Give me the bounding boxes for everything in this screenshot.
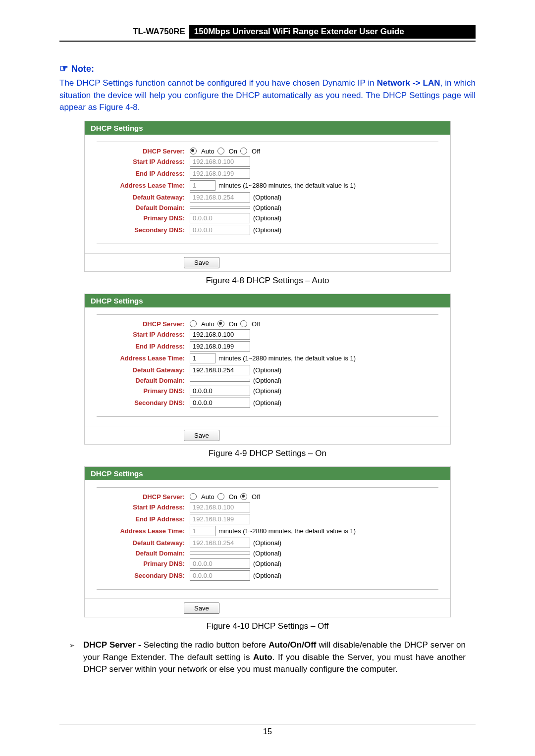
optional-text: (Optional) xyxy=(253,550,281,557)
page-number: 15 xyxy=(0,724,535,736)
optional-text: (Optional) xyxy=(253,214,281,222)
radio-auto-label: Auto xyxy=(201,493,214,501)
optional-text: (Optional) xyxy=(253,399,281,406)
panel-title: DHCP Settings xyxy=(85,121,450,135)
hand-icon: ☞ xyxy=(59,63,68,74)
radio-on-label: On xyxy=(229,320,237,328)
label-dhcp-server: DHCP Server: xyxy=(91,493,190,501)
radio-off[interactable] xyxy=(240,148,247,154)
save-button[interactable]: Save xyxy=(184,430,219,441)
radio-off[interactable] xyxy=(240,320,247,327)
save-button[interactable]: Save xyxy=(184,603,219,614)
lease-hint: minutes (1~2880 minutes, the default val… xyxy=(218,354,356,362)
header-title: 150Mbps Universal WiFi Range Extender Us… xyxy=(189,25,476,39)
figure-caption-49: Figure 4-9 DHCP Settings – On xyxy=(59,449,476,458)
radio-auto[interactable] xyxy=(190,320,197,327)
end-ip-input[interactable]: 192.168.0.199 xyxy=(190,168,250,179)
gateway-input[interactable]: 192.168.0.254 xyxy=(190,538,250,548)
radio-on-label: On xyxy=(229,493,237,501)
pdns-input[interactable]: 0.0.0.0 xyxy=(190,558,250,569)
panel-title: DHCP Settings xyxy=(85,467,450,480)
label-sdns: Secondary DNS: xyxy=(91,226,190,234)
gateway-input[interactable]: 192.168.0.254 xyxy=(190,192,250,202)
optional-text: (Optional) xyxy=(253,366,281,374)
gateway-input[interactable]: 192.168.0.254 xyxy=(190,365,250,375)
lease-input[interactable]: 1 xyxy=(190,353,215,363)
dhcp-server-description: ➢ DHCP Server - Selecting the radio butt… xyxy=(69,639,466,676)
radio-off-label: Off xyxy=(252,320,260,328)
sdns-input[interactable]: 0.0.0.0 xyxy=(190,225,250,235)
label-domain: Default Domain: xyxy=(91,204,190,211)
label-pdns: Primary DNS: xyxy=(91,560,190,567)
header-model: TL-WA750RE xyxy=(59,25,189,39)
label-start-ip: Start IP Address: xyxy=(91,158,190,165)
label-lease: Address Lease Time: xyxy=(91,527,190,535)
optional-text: (Optional) xyxy=(253,560,281,567)
label-pdns: Primary DNS: xyxy=(91,387,190,395)
label-gateway: Default Gateway: xyxy=(91,194,190,201)
optional-text: (Optional) xyxy=(253,539,281,547)
end-ip-input[interactable]: 192.168.0.199 xyxy=(190,514,250,524)
label-domain: Default Domain: xyxy=(91,550,190,557)
label-end-ip: End IP Address: xyxy=(91,515,190,523)
optional-text: (Optional) xyxy=(253,387,281,395)
lease-hint: minutes (1~2880 minutes, the default val… xyxy=(218,182,356,189)
note-body: The DHCP Settings function cannot be con… xyxy=(59,77,476,114)
dhcp-panel-off: DHCP Settings DHCP Server: Auto On Off S… xyxy=(84,466,451,617)
note-heading: ☞Note: xyxy=(59,62,476,74)
figure-caption-48: Figure 4-8 DHCP Settings – Auto xyxy=(59,276,476,286)
domain-input[interactable] xyxy=(190,206,250,209)
sdns-input[interactable]: 0.0.0.0 xyxy=(190,398,250,408)
radio-off[interactable] xyxy=(240,493,247,500)
radio-auto[interactable] xyxy=(190,148,197,154)
optional-text: (Optional) xyxy=(253,204,281,211)
label-dhcp-server: DHCP Server: xyxy=(91,148,190,155)
label-end-ip: End IP Address: xyxy=(91,170,190,177)
label-domain: Default Domain: xyxy=(91,377,190,384)
label-lease: Address Lease Time: xyxy=(91,354,190,362)
label-end-ip: End IP Address: xyxy=(91,343,190,350)
optional-text: (Optional) xyxy=(253,377,281,384)
start-ip-input[interactable]: 192.168.0.100 xyxy=(190,329,250,340)
label-sdns: Secondary DNS: xyxy=(91,572,190,579)
label-lease: Address Lease Time: xyxy=(91,182,190,189)
domain-input[interactable] xyxy=(190,379,250,382)
bullet-arrow-icon: ➢ xyxy=(69,639,83,676)
sdns-input[interactable]: 0.0.0.0 xyxy=(190,570,250,581)
radio-off-label: Off xyxy=(252,148,260,155)
start-ip-input[interactable]: 192.168.0.100 xyxy=(190,502,250,512)
radio-on-label: On xyxy=(229,148,237,155)
label-gateway: Default Gateway: xyxy=(91,539,190,547)
label-pdns: Primary DNS: xyxy=(91,214,190,222)
lease-input[interactable]: 1 xyxy=(190,180,215,191)
label-start-ip: Start IP Address: xyxy=(91,504,190,511)
label-start-ip: Start IP Address: xyxy=(91,331,190,338)
label-dhcp-server: DHCP Server: xyxy=(91,320,190,328)
radio-on[interactable] xyxy=(217,493,224,500)
radio-off-label: Off xyxy=(252,493,260,501)
figure-caption-410: Figure 4-10 DHCP Settings – Off xyxy=(59,621,476,631)
dhcp-panel-on: DHCP Settings DHCP Server: Auto On Off S… xyxy=(84,294,451,445)
start-ip-input[interactable]: 192.168.0.100 xyxy=(190,156,250,167)
radio-auto-label: Auto xyxy=(201,320,214,328)
lease-input[interactable]: 1 xyxy=(190,526,215,536)
end-ip-input[interactable]: 192.168.0.199 xyxy=(190,341,250,352)
optional-text: (Optional) xyxy=(253,226,281,234)
lease-hint: minutes (1~2880 minutes, the default val… xyxy=(218,527,356,535)
radio-on[interactable] xyxy=(217,148,224,154)
optional-text: (Optional) xyxy=(253,572,281,579)
radio-auto-label: Auto xyxy=(201,148,214,155)
domain-input[interactable] xyxy=(190,552,250,554)
radio-on[interactable] xyxy=(217,320,224,327)
save-button[interactable]: Save xyxy=(184,257,219,268)
pdns-input[interactable]: 0.0.0.0 xyxy=(190,213,250,223)
label-gateway: Default Gateway: xyxy=(91,366,190,374)
dhcp-panel-auto: DHCP Settings DHCP Server: Auto On Off S… xyxy=(84,121,451,272)
radio-auto[interactable] xyxy=(190,493,197,500)
panel-title: DHCP Settings xyxy=(85,294,450,307)
optional-text: (Optional) xyxy=(253,194,281,201)
label-sdns: Secondary DNS: xyxy=(91,399,190,406)
pdns-input[interactable]: 0.0.0.0 xyxy=(190,386,250,396)
